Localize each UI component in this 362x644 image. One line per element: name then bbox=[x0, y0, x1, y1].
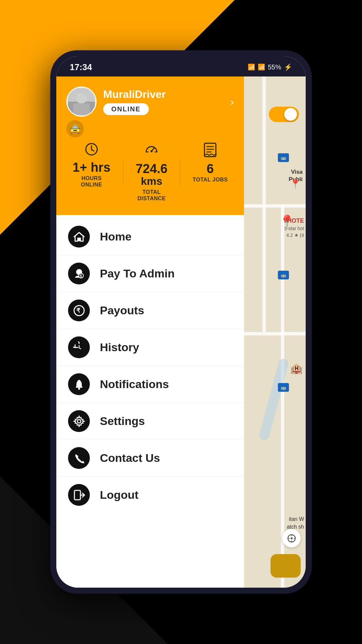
hotel-sub: 3-star hot bbox=[284, 226, 304, 231]
distance-label: TOTALDISTANCE bbox=[137, 189, 166, 202]
menu-item-home[interactable]: Home bbox=[56, 218, 244, 255]
user-row: MuraliDriver ONLINE › bbox=[66, 87, 234, 117]
contact-icon bbox=[68, 447, 90, 469]
history-label: History bbox=[100, 341, 139, 354]
svg-point-24 bbox=[78, 388, 80, 390]
hotel-rating: 4.2 ★ (4 bbox=[286, 232, 304, 238]
distance-unit: kms bbox=[141, 175, 162, 187]
bus-marker-1: 🚌 bbox=[278, 153, 289, 162]
phone-frame: 17:34 📶 📶 55% ⚡ bbox=[50, 50, 312, 594]
svg-line-6 bbox=[92, 150, 94, 151]
pay-admin-icon: $ bbox=[68, 263, 90, 284]
battery-label: 55% bbox=[268, 63, 281, 71]
stat-hours: 1+ hrs HOURSONLINE bbox=[73, 143, 111, 188]
location-button[interactable] bbox=[282, 529, 301, 547]
stat-jobs: 6 TOTAL JOBS bbox=[193, 143, 228, 183]
map-background: 🚌 🚌 🚌 📍 🏨 VHOTE 3-star hot 4.2 ★ (4 Visa… bbox=[244, 76, 306, 588]
jobs-label: TOTAL JOBS bbox=[193, 176, 228, 183]
menu-item-logout[interactable]: Logout bbox=[56, 477, 244, 513]
profile-chevron-button[interactable]: › bbox=[230, 96, 234, 108]
status-bar: 17:34 📶 📶 55% ⚡ bbox=[56, 56, 306, 76]
menu-list: Home $ Pay To Admin bbox=[56, 215, 244, 588]
signal-icon: 📶 bbox=[258, 63, 265, 71]
svg-point-25 bbox=[77, 420, 81, 423]
map-road bbox=[244, 332, 306, 335]
app-content: MuraliDriver ONLINE › 🚖 bbox=[56, 76, 306, 588]
menu-item-pay-to-admin[interactable]: $ Pay To Admin bbox=[56, 255, 244, 292]
toggle-knob bbox=[284, 108, 297, 121]
svg-point-29 bbox=[291, 537, 293, 539]
map-road bbox=[262, 76, 266, 332]
receipt-icon bbox=[204, 143, 217, 160]
svg-text:$: $ bbox=[80, 274, 82, 278]
avatar-image bbox=[67, 88, 96, 116]
status-time: 17:34 bbox=[70, 62, 92, 72]
stat-divider-1 bbox=[123, 159, 123, 185]
distance-value: 724.6 bbox=[136, 162, 168, 176]
hours-label: HOURSONLINE bbox=[81, 175, 102, 188]
bottom-action-button[interactable] bbox=[270, 554, 301, 578]
menu-item-payouts[interactable]: ₹ Payouts bbox=[56, 292, 244, 329]
svg-text:₹: ₹ bbox=[76, 307, 80, 314]
map-river bbox=[258, 358, 290, 441]
place-marker: 📍 bbox=[290, 179, 301, 189]
svg-rect-23 bbox=[76, 386, 82, 388]
stat-distance: 724.6 kms TOTALDISTANCE bbox=[136, 143, 168, 202]
payouts-label: Payouts bbox=[100, 304, 144, 317]
speedometer-icon bbox=[144, 143, 159, 160]
avatar bbox=[66, 87, 97, 117]
svg-rect-26 bbox=[74, 490, 80, 500]
payouts-icon: ₹ bbox=[68, 300, 90, 321]
map-road bbox=[281, 204, 284, 588]
hotel-label: VHOTE bbox=[283, 217, 304, 224]
svg-rect-3 bbox=[73, 103, 90, 115]
drawer-header: MuraliDriver ONLINE › 🚖 bbox=[56, 76, 244, 215]
menu-item-notifications[interactable]: Notifications bbox=[56, 366, 244, 403]
map-road bbox=[244, 204, 306, 208]
settings-icon bbox=[68, 410, 90, 432]
svg-line-22 bbox=[79, 348, 81, 349]
drawer-panel: MuraliDriver ONLINE › 🚖 bbox=[56, 76, 244, 588]
menu-item-contact-us[interactable]: Contact Us bbox=[56, 440, 244, 477]
home-icon bbox=[68, 226, 90, 248]
history-icon bbox=[68, 336, 90, 358]
menu-item-history[interactable]: History bbox=[56, 329, 244, 366]
menu-item-settings[interactable]: Settings bbox=[56, 403, 244, 440]
settings-label: Settings bbox=[100, 415, 145, 428]
taxi-icon-row: 🚖 bbox=[66, 120, 234, 138]
status-icons: 📶 📶 55% ⚡ bbox=[248, 63, 292, 71]
online-toggle[interactable] bbox=[269, 107, 299, 122]
notifications-label: Notifications bbox=[100, 378, 169, 391]
bus-marker-2: 🚌 bbox=[278, 271, 289, 279]
hotel-marker: 🏨 bbox=[290, 363, 303, 374]
contact-us-label: Contact Us bbox=[100, 451, 160, 465]
user-info: MuraliDriver ONLINE bbox=[103, 88, 227, 115]
battery-icon: ⚡ bbox=[284, 63, 292, 71]
distance-value-wrapper: 724.6 bbox=[136, 162, 168, 175]
jobs-value: 6 bbox=[207, 162, 214, 175]
stat-divider-2 bbox=[180, 159, 180, 185]
bus-marker-3: 🚌 bbox=[278, 383, 289, 392]
username: MuraliDriver bbox=[103, 88, 227, 101]
clock-icon bbox=[85, 143, 98, 159]
notifications-icon bbox=[68, 373, 90, 395]
online-status-badge: ONLINE bbox=[103, 103, 149, 115]
svg-rect-15 bbox=[78, 238, 80, 241]
logout-icon bbox=[68, 484, 90, 506]
map-panel: 🚌 🚌 🚌 📍 🏨 VHOTE 3-star hot 4.2 ★ (4 Visa… bbox=[244, 76, 306, 588]
taxi-icon: 🚖 bbox=[66, 120, 84, 138]
pay-to-admin-label: Pay To Admin bbox=[100, 267, 175, 280]
stats-row: 1+ hrs HOURSONLINE bbox=[66, 143, 234, 202]
home-label: Home bbox=[100, 230, 131, 243]
hours-value: 1+ hrs bbox=[73, 161, 111, 174]
svg-point-2 bbox=[76, 93, 87, 104]
sim-icon: 📶 bbox=[248, 63, 255, 71]
map-text-1: itan Watch sh bbox=[287, 516, 304, 531]
toggle-container[interactable] bbox=[269, 107, 299, 122]
logout-label: Logout bbox=[100, 488, 138, 501]
svg-point-8 bbox=[150, 150, 153, 152]
